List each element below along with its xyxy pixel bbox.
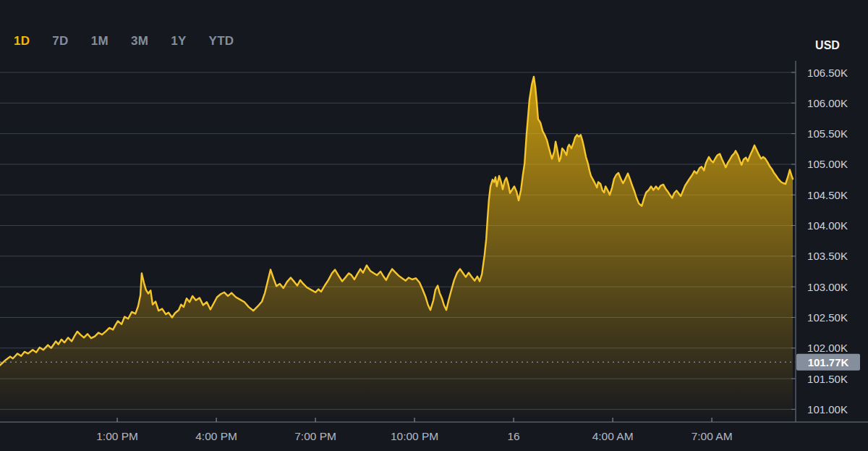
area-fill [0,77,793,422]
price-axis-label: 105.00K [807,158,848,170]
time-axis-label: 10:00 PM [391,430,438,442]
time-axis-label: 7:00 AM [692,430,733,442]
time-axis-label: 7:00 PM [294,430,336,442]
time-axis-label: 16 [507,430,519,442]
price-axis-label: 104.50K [807,189,848,201]
price-axis-label: 101.50K [807,373,848,385]
time-axis-label: 4:00 PM [195,430,237,442]
price-axis-label: 103.50K [807,250,848,262]
price-axis-label: 103.00K [807,281,848,293]
price-axis-label: 101.00K [807,403,848,416]
current-price-label: 101.77K [808,356,849,368]
price-area-chart[interactable]: 106.50K106.00K105.50K105.00K104.50K104.0… [0,0,868,451]
time-axis-label: 1:00 PM [96,430,138,442]
price-chart-screen: 1D 7D 1M 3M 1Y YTD USD 106.50K106.00K105… [0,0,868,451]
price-axis-label: 106.00K [807,97,848,109]
price-axis-label: 104.00K [807,219,848,232]
price-axis-label: 105.50K [807,127,848,140]
price-axis-label: 106.50K [807,67,848,79]
time-axis-label: 4:00 AM [592,430,634,442]
price-axis-label: 102.00K [807,342,848,354]
price-axis-label: 102.50K [807,311,848,324]
